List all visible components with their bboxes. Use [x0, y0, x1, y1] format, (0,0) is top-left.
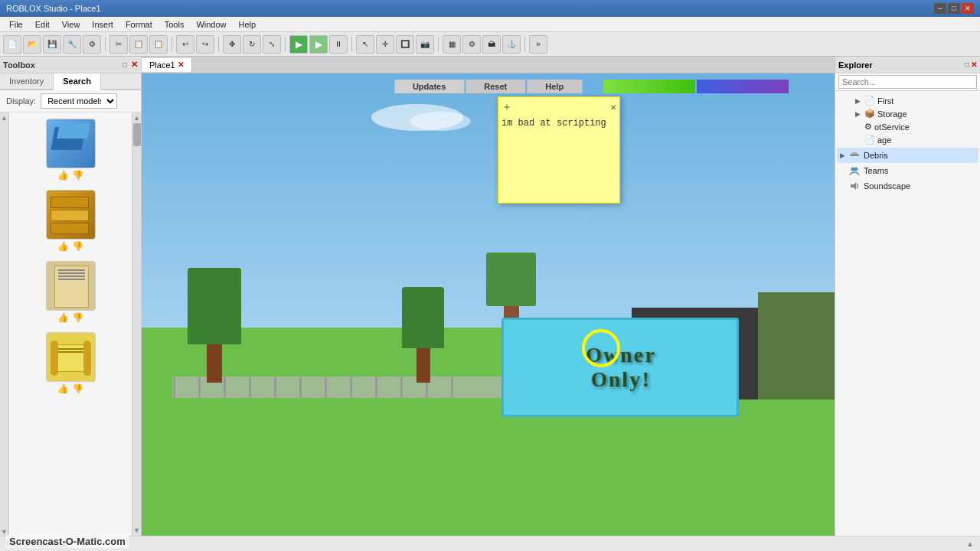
thumbs-down-icon[interactable]: 👎	[72, 170, 83, 181]
thumbs-up-icon[interactable]: 👍	[57, 312, 69, 323]
tree-item[interactable]: 📄 age	[843, 133, 972, 146]
toolbox-title: Toolbox	[3, 60, 35, 70]
tree-item-label: otService	[874, 122, 910, 132]
toolbox-close-button[interactable]: ✕	[131, 60, 138, 70]
item-icon: ⚙	[864, 122, 872, 132]
tree2	[402, 287, 444, 383]
close-button[interactable]: ✕	[962, 3, 974, 14]
explorer-undock-button[interactable]: □	[965, 60, 969, 69]
item-thumbnail[interactable]	[46, 332, 96, 382]
item-thumbnail[interactable]	[46, 119, 96, 168]
tb-transform[interactable]: ✛	[376, 35, 394, 54]
menu-insert[interactable]: Insert	[86, 18, 119, 31]
tab-inventory[interactable]: Inventory	[0, 73, 54, 89]
tb-btn6[interactable]: ✂	[109, 35, 128, 54]
tab-search[interactable]: Search	[54, 73, 101, 90]
menu-view[interactable]: View	[56, 18, 87, 31]
tb-scale[interactable]: ⤡	[263, 35, 281, 54]
svg-rect-0	[850, 155, 859, 156]
toolbox-panel: Toolbox □ ✕ Inventory Search Display: Re…	[0, 57, 142, 536]
updates-button[interactable]: Updates	[394, 80, 464, 93]
scroll-up-btn[interactable]: ▲	[1, 114, 8, 122]
item-thumbnail[interactable]	[46, 190, 96, 240]
menu-tools[interactable]: Tools	[158, 18, 191, 31]
tb-new[interactable]: 📄	[3, 35, 21, 54]
item-thumbnail[interactable]	[46, 261, 96, 311]
tab-place1[interactable]: Place1 ✕	[142, 58, 192, 72]
toolbox-undock-button[interactable]: □	[120, 60, 129, 70]
tb-snap[interactable]: 🔲	[396, 35, 414, 54]
thumbs-up-icon[interactable]: 👍	[57, 170, 69, 181]
tb-move[interactable]: ✥	[223, 35, 241, 54]
tb-sep6	[438, 37, 439, 52]
tb-anchor[interactable]: ⚓	[502, 35, 521, 54]
expand-icon[interactable]: ▲	[966, 540, 974, 548]
tb-extra1[interactable]: »	[529, 35, 547, 54]
watermark: Screencast-O-Matic.com	[6, 535, 129, 548]
viewport-top-buttons: Updates Reset Help	[394, 80, 582, 93]
green-color-bar	[603, 80, 695, 93]
thumbs-down-icon[interactable]: 👎	[72, 383, 83, 394]
tab-close-icon[interactable]: ✕	[178, 60, 184, 69]
note-close-button[interactable]: ✕	[610, 103, 616, 112]
tree-item-label: age	[877, 135, 891, 145]
toolbox-header: Toolbox □ ✕	[0, 57, 141, 73]
tb-settings[interactable]: ⚙	[462, 35, 481, 54]
thumbs-down-icon[interactable]: 👎	[72, 241, 83, 252]
tb-sep4	[285, 37, 286, 52]
tb-btn7[interactable]: 📋	[129, 35, 148, 54]
tb-btn8[interactable]: 📋	[149, 35, 168, 54]
tb-play[interactable]: ▶	[289, 35, 308, 54]
tree-item[interactable]: ▶ 📄 First	[843, 94, 972, 107]
tb-grid[interactable]: ▦	[443, 35, 461, 54]
tb-rotate[interactable]: ↻	[243, 35, 261, 54]
thumbs-up-icon[interactable]: 👍	[57, 383, 69, 394]
tree-item-teams[interactable]: Teams	[837, 163, 978, 178]
soundscape-icon	[849, 180, 861, 192]
menu-help[interactable]: Help	[233, 18, 263, 31]
tb-open[interactable]: 📂	[23, 35, 41, 54]
tb-sep3	[218, 37, 219, 52]
tree-item-soundscape[interactable]: Soundscape	[837, 178, 978, 194]
thumbs-down-icon[interactable]: 👎	[72, 312, 83, 323]
toolbar: 📄 📂 💾 🔧 ⚙ ✂ 📋 📋 ↩ ↪ ✥ ↻ ⤡ ▶ ▶ ⏸ ↖ ✛ 🔲 📷 …	[0, 32, 980, 57]
tree-item-debris[interactable]: ▶ Debris	[837, 148, 978, 163]
tree-item[interactable]: ⚙ otService	[843, 120, 972, 133]
tb-terrain[interactable]: 🏔	[482, 35, 501, 54]
tb-camera[interactable]: 📷	[416, 35, 434, 54]
toolbox-items-list: 👍 👎 👍 👎	[9, 112, 132, 536]
menu-file[interactable]: File	[3, 18, 29, 31]
tb-stop[interactable]: ⏸	[329, 35, 348, 54]
help-button[interactable]: Help	[527, 80, 582, 93]
scroll-down-right-btn[interactable]: ▼	[133, 527, 140, 536]
tree-item[interactable]: ▶ 📦 Storage	[843, 107, 972, 120]
note-add-button[interactable]: ＋	[501, 100, 512, 114]
minimize-button[interactable]: –	[934, 3, 946, 14]
thumbs-up-icon[interactable]: 👍	[57, 241, 69, 252]
viewport[interactable]: Owner Only! Updates Reset Help ＋ ✕	[142, 73, 835, 536]
reset-button[interactable]: Reset	[466, 80, 525, 93]
scroll-thumb[interactable]	[133, 123, 141, 146]
tree-item-label: First	[877, 96, 893, 106]
tb-undo[interactable]: ↩	[176, 35, 194, 54]
explorer-search-input[interactable]	[838, 75, 977, 89]
scroll-up-right-btn[interactable]: ▲	[133, 112, 140, 122]
display-select[interactable]: Recent models My models Free models	[41, 93, 117, 109]
tb-btn5[interactable]: ⚙	[83, 35, 101, 54]
tb-select[interactable]: ↖	[356, 35, 374, 54]
tree-item-label: Storage	[877, 109, 907, 119]
menu-format[interactable]: Format	[119, 18, 158, 31]
tb-btn4[interactable]: 🔧	[63, 35, 81, 54]
menu-edit[interactable]: Edit	[29, 18, 56, 31]
tb-save[interactable]: 💾	[43, 35, 61, 54]
maximize-button[interactable]: □	[948, 3, 960, 14]
tb-redo[interactable]: ↪	[196, 35, 214, 54]
command-input[interactable]	[6, 540, 966, 549]
menu-window[interactable]: Window	[190, 18, 232, 31]
explorer-close-button[interactable]: ✕	[971, 60, 977, 69]
tb-play2[interactable]: ▶	[309, 35, 328, 54]
toolbox-tabs: Inventory Search	[0, 73, 141, 90]
note-popup: ＋ ✕ im bad at scripting	[498, 96, 620, 204]
tree-item-label: Soundscape	[864, 181, 910, 191]
tree-item-label: Debris	[864, 151, 888, 160]
